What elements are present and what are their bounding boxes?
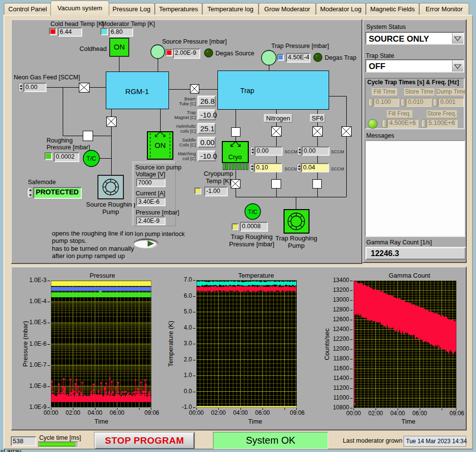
svg-text:ON: ON bbox=[155, 141, 166, 149]
svg-text:T/C: T/C bbox=[87, 155, 96, 162]
svg-text:T/C: T/C bbox=[248, 209, 258, 215]
svg-text:Cryo: Cryo bbox=[228, 153, 241, 161]
svg-text:Trap: Trap bbox=[240, 87, 254, 95]
svg-text:RGM-1: RGM-1 bbox=[125, 87, 149, 95]
svg-text:ON: ON bbox=[114, 43, 125, 51]
